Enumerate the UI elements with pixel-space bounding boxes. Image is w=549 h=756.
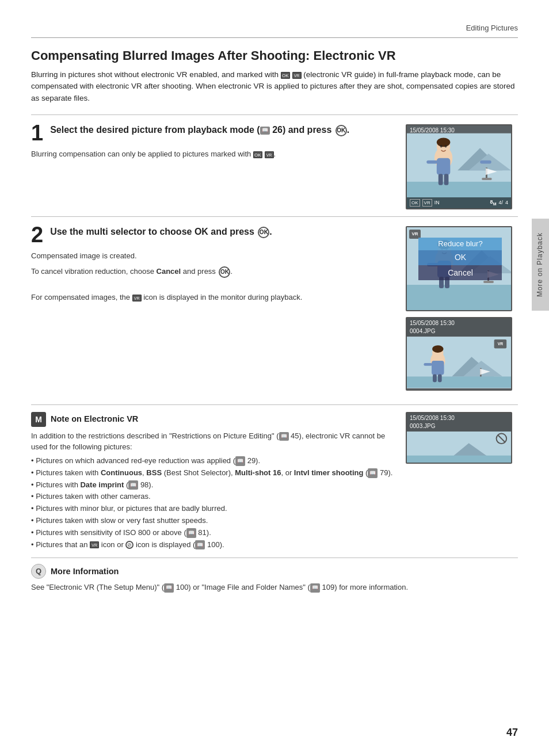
more-info-text: See "Electronic VR (The Setup Menu)" (📖 … (31, 582, 518, 593)
ref-5: 📖 (128, 480, 138, 490)
step-1-screen: 15/05/2008 15:30 0004.JPG (406, 124, 512, 209)
bullet-3: Pictures with Date imprint (📖 98). (31, 479, 395, 491)
vr-icon-inline: OK (281, 72, 290, 79)
page-header: Editing Pictures (31, 23, 518, 38)
screen-2-total: 4 (505, 390, 508, 391)
more-info-section: Q More Information See "Electronic VR (T… (31, 558, 518, 593)
screen-2-topbar: 15/05/2008 15:30 0004.JPG (407, 318, 511, 337)
svg-text:Cancel: Cancel (448, 268, 473, 277)
bullet-2: Pictures taken with Continuous, BSS (Bes… (31, 467, 395, 479)
step-2-right: VR Reduce blur? OK Cancel 15/05/2008 15:… (406, 226, 518, 391)
step-1-left: 1 Select the desired picture from playba… (31, 124, 395, 209)
svg-rect-58 (407, 456, 511, 463)
svg-point-49 (432, 345, 444, 353)
svg-text:Reduce blur?: Reduce blur? (438, 239, 482, 248)
ok-button-icon-3: OK (219, 266, 230, 278)
header-title: Editing Pictures (466, 24, 518, 32)
note-screen: 15/05/2008 15:30 0003.JPG (406, 412, 512, 464)
screen-2-filename: 0004.JPG (410, 327, 508, 335)
ok-button-icon-1: OK (336, 125, 347, 136)
note-bullets: Pictures on which advanced red-eye reduc… (31, 455, 395, 551)
svg-rect-16 (444, 174, 449, 185)
bullet-7: Pictures with sensitivity of ISO 800 or … (31, 527, 395, 539)
vr-mark-icon: OK (253, 151, 262, 158)
side-tab: More on Playback (532, 219, 549, 311)
note-screen-topbar: 15/05/2008 15:30 0003.JPG (407, 413, 511, 432)
svg-text:OK: OK (455, 253, 467, 262)
vr-mark-icon2: VR (265, 151, 274, 158)
svg-rect-14 (480, 161, 491, 164)
note-screen-date: 15/05/2008 15:30 (410, 414, 508, 422)
ok-indicator: OK (410, 199, 420, 207)
bullet-1: Pictures on which advanced red-eye reduc… (31, 455, 395, 467)
screen-1-scene-svg (407, 125, 511, 209)
step-1-title: Select the desired picture from playback… (31, 124, 395, 136)
svg-rect-6 (482, 178, 492, 180)
note-icon: M (31, 412, 46, 427)
step-1-header: 1 Select the desired picture from playba… (31, 124, 395, 136)
step-1-section: 1 Select the desired picture from playba… (31, 114, 518, 214)
step-2-desc2: To cancel vibration reduction, choose Ca… (31, 266, 395, 278)
bullet-4: Pictures taken with other cameras. (31, 491, 395, 503)
frame-counter: 4/ (498, 199, 503, 207)
step-2-desc1: Compensated image is created. (31, 250, 395, 262)
ref-icon-1: 📖 (260, 127, 270, 135)
note-intro: In addition to the restrictions describe… (31, 430, 395, 453)
svg-rect-50 (432, 361, 444, 375)
step-1-right: 15/05/2008 15:30 0004.JPG (406, 124, 518, 209)
side-tab-text: More on Playback (535, 232, 545, 297)
svg-rect-51 (424, 363, 432, 366)
page: Editing Pictures Compensating Blurred Im… (0, 0, 549, 756)
step-1-desc: Blurring compensation can only be applie… (31, 148, 395, 160)
vr-compensated-icon: VR (132, 295, 142, 301)
svg-rect-53 (438, 375, 442, 383)
step-2-scene-svg: VR Reduce blur? OK Cancel (407, 227, 512, 311)
more-info-title-row: Q More Information (31, 564, 518, 579)
note-title: Note on Electronic VR (51, 413, 138, 425)
no-icon: ⊘ (125, 541, 134, 549)
note-section: M Note on Electronic VR In addition to t… (31, 404, 518, 551)
bullet-8: Pictures that an VR icon or ⊘ icon is di… (31, 539, 395, 551)
frame-total: 4 (505, 199, 508, 207)
note-left: M Note on Electronic VR In addition to t… (31, 412, 395, 551)
svg-point-10 (440, 145, 443, 148)
step-2-title: Use the multi selector to choose OK and … (31, 226, 395, 238)
svg-rect-20 (407, 285, 512, 311)
ref-6: 📖 (186, 528, 196, 537)
vr-icon-b: VR (90, 541, 99, 548)
screen-2-counter: 4/ (496, 390, 501, 391)
screen-1-bottombar: OK VR IN 8M 4/ 4 (407, 197, 511, 208)
ok-button-icon-2: OK (258, 227, 269, 238)
pict-mode: IN (434, 199, 440, 207)
step-2-compensated-screen: 15/05/2008 15:30 0004.JPG (406, 317, 512, 391)
screen-2-mode: IN (476, 390, 481, 391)
megapixel: 8M (490, 198, 497, 207)
screen-2-mp: 8M (486, 390, 492, 391)
step-2-section: 2 Use the multi selector to choose OK an… (31, 216, 518, 395)
note-right: 15/05/2008 15:30 0003.JPG (406, 412, 518, 551)
vr-guide-icon: VR (292, 72, 302, 79)
ref-3: 📖 (235, 456, 245, 465)
intro-text: Blurring in pictures shot without electr… (31, 69, 518, 104)
svg-rect-52 (433, 375, 437, 383)
svg-rect-15 (439, 174, 443, 185)
ref-9: 📖 (310, 583, 320, 593)
screen-2-content: VR (407, 337, 511, 388)
main-title: Compensating Blurred Images After Shooti… (31, 48, 518, 63)
svg-point-9 (437, 138, 450, 147)
screen-2-date: 15/05/2008 15:30 (410, 319, 508, 327)
ref-8: 📖 (164, 583, 174, 593)
svg-rect-44 (407, 376, 511, 388)
more-info-icon: Q (31, 564, 46, 579)
ref-icon-2: 📖 (279, 432, 289, 441)
step-2-desc3: For compensated images, the VR icon is d… (31, 292, 395, 303)
note-screen-content (407, 432, 511, 463)
step-2-header: 2 Use the multi selector to choose OK an… (31, 226, 395, 238)
svg-point-11 (445, 145, 447, 148)
note-title-row: M Note on Electronic VR (31, 412, 395, 427)
step-1-number: 1 (31, 122, 43, 144)
more-info-title: More Information (51, 566, 119, 578)
svg-text:VR: VR (498, 342, 504, 346)
svg-rect-23 (483, 281, 494, 283)
step-2-number: 2 (31, 224, 43, 246)
